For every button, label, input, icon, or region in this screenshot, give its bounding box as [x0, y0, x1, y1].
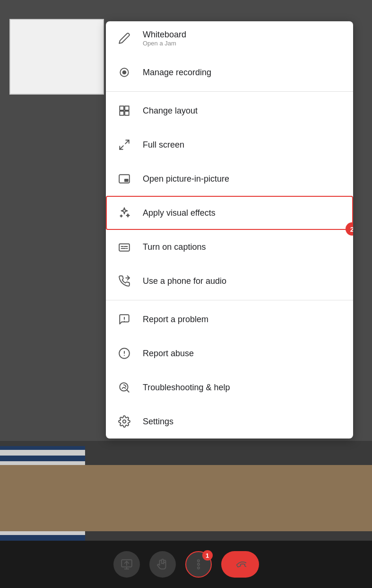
- report-problem-icon: [117, 312, 131, 326]
- svg-point-29: [197, 563, 199, 565]
- menu-item-phone-audio[interactable]: Use a phone for audio: [106, 264, 353, 298]
- svg-point-28: [197, 560, 199, 562]
- end-call-button[interactable]: [221, 551, 259, 578]
- whiteboard-label: Whiteboard: [143, 30, 186, 40]
- settings-icon: [117, 414, 131, 429]
- context-menu: Whiteboard Open a Jam Manage recording C…: [106, 21, 353, 439]
- visual-effects-label: Apply visual effects: [143, 208, 216, 218]
- more-options-badge: 1: [202, 550, 213, 561]
- phone-icon: [117, 274, 131, 288]
- troubleshoot-icon: [117, 380, 131, 395]
- raise-hand-button[interactable]: [149, 551, 176, 578]
- whiteboard-sublabel: Open a Jam: [143, 40, 186, 47]
- pip-label: Open picture-in-picture: [143, 174, 229, 184]
- svg-rect-9: [124, 179, 129, 182]
- report-abuse-icon: [117, 346, 131, 360]
- menu-item-pip[interactable]: Open picture-in-picture: [106, 162, 353, 196]
- menu-item-visual-effects[interactable]: Apply visual effects 2: [106, 196, 353, 230]
- menu-item-manage-recording[interactable]: Manage recording: [106, 55, 353, 89]
- svg-point-30: [197, 567, 199, 569]
- pencil-icon: [117, 31, 131, 45]
- divider-1: [106, 91, 353, 92]
- menu-item-captions[interactable]: Turn on captions: [106, 230, 353, 264]
- manage-recording-label: Manage recording: [143, 68, 211, 78]
- svg-point-23: [123, 420, 126, 423]
- record-icon: [117, 65, 131, 79]
- cc-icon: [117, 240, 131, 254]
- menu-item-change-layout[interactable]: Change layout: [106, 94, 353, 128]
- troubleshooting-label: Troubleshooting & help: [143, 383, 230, 393]
- menu-item-whiteboard[interactable]: Whiteboard Open a Jam: [106, 21, 353, 55]
- report-abuse-label: Report abuse: [143, 349, 194, 359]
- change-layout-label: Change layout: [143, 106, 198, 116]
- svg-rect-2: [120, 106, 124, 110]
- phone-audio-label: Use a phone for audio: [143, 276, 226, 286]
- sparkle-icon: [117, 206, 131, 220]
- report-problem-label: Report a problem: [143, 315, 208, 325]
- svg-line-7: [120, 146, 123, 149]
- full-screen-label: Full screen: [143, 140, 184, 150]
- bg-whiteboard: [9, 19, 104, 95]
- bg-desk: [0, 465, 372, 531]
- menu-item-full-screen[interactable]: Full screen: [106, 128, 353, 162]
- captions-label: Turn on captions: [143, 242, 206, 252]
- svg-line-22: [127, 390, 129, 392]
- svg-point-1: [122, 70, 127, 75]
- svg-rect-5: [125, 111, 129, 115]
- svg-rect-10: [119, 244, 130, 251]
- svg-line-6: [125, 140, 129, 144]
- menu-item-report-problem[interactable]: Report a problem: [106, 302, 353, 336]
- menu-item-report-abuse[interactable]: Report abuse: [106, 336, 353, 370]
- toolbar: 1: [0, 541, 372, 588]
- divider-2: [106, 300, 353, 300]
- menu-item-troubleshooting[interactable]: Troubleshooting & help: [106, 370, 353, 404]
- present-button[interactable]: [113, 551, 140, 578]
- layout-icon: [117, 104, 131, 118]
- more-options-button[interactable]: 1: [185, 551, 212, 578]
- settings-label: Settings: [143, 417, 173, 427]
- pip-icon: [117, 172, 131, 186]
- svg-rect-3: [125, 106, 129, 110]
- menu-item-settings[interactable]: Settings: [106, 404, 353, 439]
- svg-rect-4: [120, 111, 124, 115]
- fullscreen-icon: [117, 138, 131, 152]
